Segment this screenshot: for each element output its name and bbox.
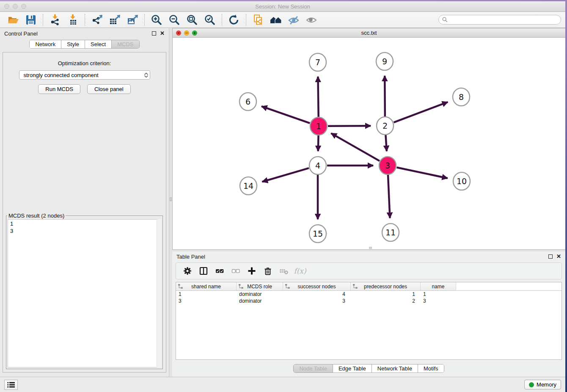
canvas-grip[interactable] — [369, 247, 372, 249]
graph-edge-2-8[interactable] — [394, 102, 448, 122]
apply-layout-button[interactable] — [225, 13, 243, 27]
float-panel-icon[interactable] — [152, 31, 156, 36]
zoom-out-icon — [168, 14, 180, 26]
graph-edge-3-10[interactable] — [397, 168, 448, 178]
tab-select[interactable]: Select — [85, 40, 111, 48]
network-graph[interactable]: 7968124314101511 — [173, 38, 565, 249]
main-area: Control Panel ✕ Network Style Select MCD… — [0, 28, 565, 377]
zoom-in-button[interactable] — [148, 13, 165, 27]
divider-grip[interactable] — [170, 197, 172, 201]
control-panel-title: Control Panel — [4, 30, 38, 37]
close-panel-button[interactable]: Close panel — [87, 84, 131, 94]
tab-edge-table[interactable]: Edge Table — [333, 364, 372, 373]
graph-edge-3-11[interactable] — [388, 175, 390, 218]
cell-successor-nodes[interactable]: 3 — [283, 298, 351, 304]
column-header-shared-name[interactable]: shared name — [176, 282, 237, 290]
unselect-all-button[interactable] — [228, 264, 244, 278]
export-table-button[interactable] — [106, 13, 124, 27]
task-history-button[interactable] — [4, 380, 18, 390]
import-table-icon — [67, 14, 79, 26]
add-column-button[interactable] — [244, 264, 260, 278]
cell-predecessor-nodes[interactable]: 2 — [351, 298, 421, 304]
select-all-button[interactable] — [212, 264, 228, 278]
duplicate-network-icon — [252, 14, 264, 26]
export-network-button[interactable] — [88, 13, 106, 27]
minimize-network-icon[interactable] — [184, 30, 189, 36]
tab-motifs[interactable]: Motifs — [418, 364, 444, 373]
save-session-button[interactable] — [22, 13, 40, 27]
cell-shared-name[interactable]: 3 — [176, 298, 237, 304]
column-header-mcds-role[interactable]: MCDS role — [237, 282, 283, 290]
toolbar-separator — [85, 14, 85, 26]
search-input[interactable] — [450, 17, 557, 23]
graph-node-label-1: 1 — [316, 121, 321, 131]
criterion-select[interactable]: strongly connected component — [19, 70, 150, 80]
result-line: 1 — [10, 220, 159, 227]
close-table-panel-icon[interactable]: ✕ — [556, 254, 561, 259]
tab-node-table[interactable]: Node Table — [294, 364, 333, 373]
hide-panels-button[interactable] — [285, 13, 303, 27]
tab-style[interactable]: Style — [61, 40, 85, 48]
import-table-button[interactable] — [64, 13, 82, 27]
column-header-name[interactable]: name — [421, 282, 456, 290]
result-scrollbar[interactable] — [157, 219, 161, 367]
refresh-icon — [228, 14, 240, 26]
graph-edge-2-9[interactable] — [385, 76, 385, 116]
graph-edge-4-14[interactable] — [262, 168, 309, 182]
function-icon: f(x) — [294, 267, 306, 275]
graph-edge-1-2[interactable] — [328, 126, 371, 126]
cell-predecessor-nodes[interactable]: 1 — [351, 291, 421, 298]
window-titlebar: Session: New Session — [0, 1, 565, 12]
column-header-predecessor-nodes[interactable]: predecessor nodes — [351, 282, 421, 290]
graph-edge-1-6[interactable] — [261, 106, 310, 123]
show-panels-button[interactable] — [303, 13, 320, 27]
tab-mcds[interactable]: MCDS — [111, 40, 139, 48]
maximize-network-icon[interactable] — [192, 30, 197, 36]
cell-name[interactable]: 1 — [421, 291, 456, 298]
graph-edge-2-3[interactable] — [385, 135, 386, 151]
delete-button[interactable] — [260, 264, 276, 278]
mcds-result-text[interactable]: 1 3 — [8, 219, 161, 367]
close-network-icon[interactable] — [176, 30, 181, 36]
close-panel-icon[interactable]: ✕ — [160, 31, 165, 36]
show-columns-button[interactable] — [195, 264, 212, 278]
memory-button[interactable]: Memory — [524, 380, 561, 389]
graph-node-label-15: 15 — [313, 229, 323, 238]
tab-network[interactable]: Network — [30, 40, 61, 48]
export-image-button[interactable] — [124, 13, 141, 27]
function-builder-button[interactable]: f(x) — [292, 264, 308, 278]
cell-mcds-role[interactable]: dominator — [237, 298, 283, 304]
graph-edge-1-4[interactable] — [318, 135, 319, 151]
search-box — [438, 15, 561, 25]
import-network-button[interactable] — [46, 13, 64, 27]
toolbar-separator — [222, 14, 222, 26]
control-panel-header: Control Panel ✕ — [0, 28, 169, 39]
cell-successor-nodes[interactable]: 4 — [283, 291, 351, 298]
graph-edge-3-1[interactable] — [331, 133, 380, 161]
graph-node-label-11: 11 — [385, 228, 396, 237]
float-table-panel-icon[interactable] — [548, 254, 553, 259]
zoom-selected-button[interactable] — [201, 13, 219, 27]
attribute-icon — [285, 284, 290, 289]
graph-node-label-9: 9 — [382, 57, 387, 66]
table-row[interactable]: 3 dominator 3 2 3 — [176, 298, 561, 304]
table-settings-button[interactable] — [179, 264, 195, 278]
network-view-titlebar: scc.txt — [173, 28, 565, 38]
zoom-fit-button[interactable] — [183, 13, 201, 27]
cell-name[interactable]: 3 — [421, 298, 456, 304]
table-row[interactable]: 1 dominator 4 1 1 — [176, 291, 561, 298]
tab-network-table[interactable]: Network Table — [372, 364, 418, 373]
cell-mcds-role[interactable]: dominator — [237, 291, 283, 298]
delete-column-button[interactable] — [276, 264, 292, 278]
open-file-button[interactable] — [4, 13, 22, 27]
duplicate-network-button[interactable] — [249, 13, 267, 27]
cell-shared-name[interactable]: 1 — [176, 291, 237, 298]
graph-edge-1-7[interactable] — [318, 77, 318, 117]
panel-divider[interactable] — [169, 28, 172, 377]
run-mcds-button[interactable]: Run MCDS — [38, 84, 80, 94]
column-header-successor-nodes[interactable]: successor nodes — [283, 282, 351, 290]
export-image-icon — [127, 14, 138, 26]
home-button[interactable] — [267, 13, 285, 27]
network-canvas[interactable]: 7968124314101511 — [173, 38, 565, 249]
zoom-out-button[interactable] — [165, 13, 183, 27]
